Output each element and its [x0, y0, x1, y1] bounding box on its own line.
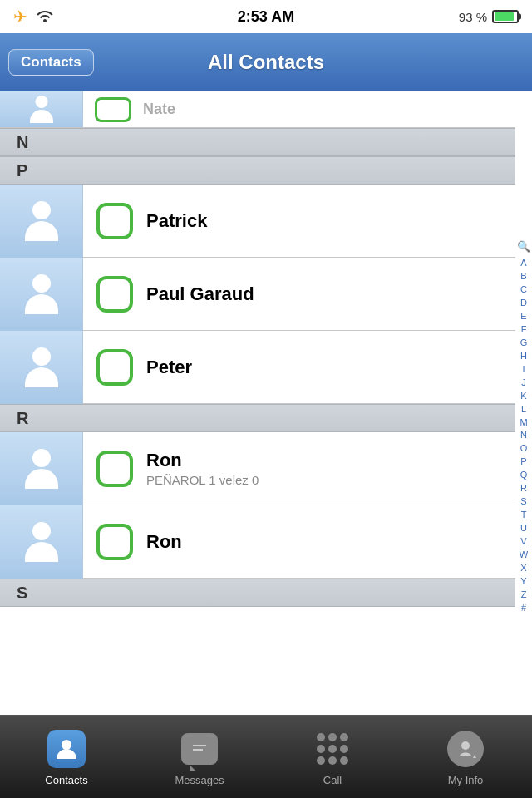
- status-bar: ✈ 2:53 AM 93 %: [0, 0, 532, 33]
- alpha-h[interactable]: H: [520, 350, 527, 363]
- contact-info: Ron PEÑAROL 1 velez 0: [146, 450, 515, 487]
- battery-icon: [492, 10, 519, 23]
- alpha-search[interactable]: 🔍: [517, 239, 530, 255]
- contact-row[interactable]: Patrick: [0, 185, 515, 258]
- section-header-r: R: [0, 404, 515, 432]
- tab-myinfo-label: My Info: [448, 774, 484, 786]
- avatar-person: [20, 273, 63, 316]
- contacts-tab-icon-wrap: [45, 727, 88, 771]
- contacts-list: Nate N P Patrick: [0, 91, 515, 763]
- alpha-f[interactable]: F: [521, 323, 527, 337]
- alpha-j[interactable]: J: [521, 377, 526, 390]
- alpha-k[interactable]: K: [520, 390, 526, 403]
- tab-contacts[interactable]: Contacts: [0, 716, 133, 798]
- wifi-icon: [36, 7, 54, 27]
- tab-messages[interactable]: Messages: [133, 716, 266, 798]
- alpha-m[interactable]: M: [520, 416, 527, 430]
- alpha-i[interactable]: I: [522, 363, 525, 377]
- alpha-r[interactable]: R: [520, 482, 527, 495]
- alpha-hash[interactable]: #: [521, 602, 526, 615]
- alpha-q[interactable]: Q: [520, 469, 528, 482]
- alpha-n[interactable]: N: [520, 429, 527, 442]
- contact-name: Ron: [146, 450, 515, 471]
- contact-name: Ron: [146, 531, 515, 553]
- messages-tab-icon: [181, 733, 218, 765]
- contact-info: Ron: [146, 531, 515, 553]
- avatar: [0, 331, 83, 404]
- svg-point-4: [461, 741, 470, 750]
- alpha-u[interactable]: U: [520, 522, 527, 535]
- myinfo-tab-icon-wrap: [444, 727, 487, 771]
- myinfo-tab-icon: [447, 731, 484, 767]
- partial-avatar: [0, 91, 83, 128]
- contact-green-icon: [96, 349, 133, 386]
- tab-contacts-label: Contacts: [45, 774, 87, 786]
- tab-messages-label: Messages: [175, 774, 224, 786]
- alpha-z[interactable]: Z: [521, 589, 527, 602]
- airplane-icon: ✈: [13, 7, 27, 27]
- alpha-d[interactable]: D: [520, 297, 527, 310]
- contact-row[interactable]: Peter: [0, 331, 515, 404]
- messages-tab-icon-wrap: [178, 727, 221, 771]
- alpha-g[interactable]: G: [520, 337, 528, 350]
- status-left: ✈: [13, 7, 54, 27]
- contact-green-icon: [96, 451, 133, 487]
- alpha-y[interactable]: Y: [520, 575, 526, 589]
- alpha-c[interactable]: C: [520, 283, 527, 297]
- contact-subtitle: PEÑAROL 1 velez 0: [146, 473, 515, 487]
- alpha-o[interactable]: O: [520, 442, 528, 456]
- partial-n-row: Nate: [0, 91, 515, 128]
- avatar-person: [20, 200, 63, 243]
- svg-point-0: [62, 740, 71, 750]
- contact-green-icon: [96, 203, 133, 239]
- nav-title: All Contacts: [208, 51, 324, 74]
- alpha-v[interactable]: V: [520, 535, 526, 549]
- back-button[interactable]: Contacts: [8, 49, 94, 76]
- contact-green-icon: [96, 524, 133, 560]
- alpha-s[interactable]: S: [520, 495, 526, 509]
- avatar: [0, 505, 83, 579]
- contact-info: Patrick: [146, 210, 515, 232]
- section-header-p: P: [0, 156, 515, 185]
- alpha-w[interactable]: W: [520, 549, 528, 562]
- call-tab-icon: [317, 733, 348, 765]
- contact-name: Paul Garaud: [146, 283, 515, 305]
- alpha-p[interactable]: P: [520, 456, 526, 469]
- contact-row[interactable]: Paul Garaud: [0, 258, 515, 331]
- svg-rect-1: [189, 741, 210, 756]
- nav-bar: Contacts All Contacts: [0, 33, 532, 91]
- tab-call[interactable]: Call: [266, 716, 399, 798]
- avatar-person: [20, 520, 63, 564]
- alpha-e[interactable]: E: [520, 310, 526, 323]
- avatar: [0, 185, 83, 258]
- call-tab-icon-wrap: [311, 727, 354, 771]
- contacts-body: Nate N P Patrick: [0, 91, 532, 763]
- avatar: [0, 432, 83, 505]
- alpha-index[interactable]: 🔍 A B C D E F G H I J K L M N O P Q R S …: [515, 91, 532, 763]
- avatar-person: [20, 346, 63, 389]
- status-right: 93 %: [459, 10, 519, 24]
- section-header-s: S: [0, 579, 515, 607]
- tab-call-label: Call: [323, 774, 342, 786]
- contact-row[interactable]: Ron PEÑAROL 1 velez 0: [0, 432, 515, 505]
- status-time: 2:53 AM: [238, 8, 294, 26]
- contact-info: Peter: [146, 357, 515, 378]
- alpha-a[interactable]: A: [520, 257, 526, 270]
- contacts-tab-icon: [47, 730, 86, 768]
- contact-green-icon: [96, 276, 133, 313]
- tab-bar: Contacts Messages Call: [0, 715, 532, 798]
- contact-row[interactable]: Ron: [0, 505, 515, 579]
- avatar-person: [20, 447, 63, 490]
- alpha-l[interactable]: L: [521, 403, 526, 416]
- contact-name: Patrick: [146, 210, 515, 232]
- alpha-x[interactable]: X: [520, 562, 526, 575]
- section-header-n: N: [0, 128, 515, 156]
- tab-myinfo[interactable]: My Info: [399, 716, 532, 798]
- alpha-b[interactable]: B: [520, 270, 526, 283]
- avatar: [0, 258, 83, 331]
- contact-name: Peter: [146, 357, 515, 378]
- contact-info: Paul Garaud: [146, 283, 515, 305]
- battery-percent: 93 %: [459, 10, 487, 24]
- alpha-t[interactable]: T: [521, 509, 527, 522]
